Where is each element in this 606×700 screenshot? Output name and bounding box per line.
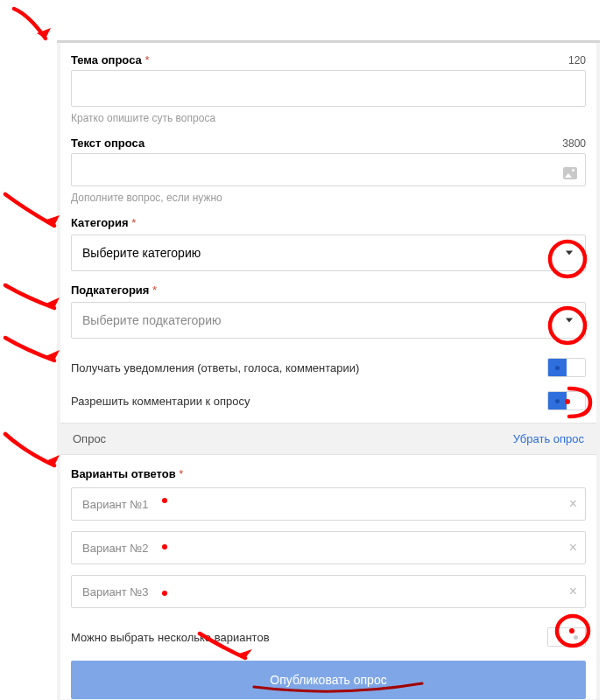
text-input[interactable] (71, 153, 586, 186)
subcategory-value: Выберите подкатегорию (82, 313, 221, 327)
publish-button[interactable]: Опубликовать опрос (71, 661, 586, 699)
answers-label: Варианты ответов (71, 467, 176, 480)
comments-row: Разрешить комментарии к опросу (71, 384, 586, 423)
subcategory-select[interactable]: Выберите подкатегорию (71, 302, 586, 339)
required-mark: * (179, 467, 183, 480)
text-header: Текст опроса 3800 (71, 136, 586, 150)
notify-label: Получать уведомления (ответы, голоса, ко… (71, 361, 359, 374)
answer-placeholder: Вариант №2 (82, 542, 149, 555)
chevron-down-icon (566, 318, 573, 323)
category-value: Выберите категорию (82, 246, 201, 260)
theme-label: Тема опроса (71, 53, 142, 66)
form-inner: Тема опроса * 120 Кратко опишите суть во… (60, 43, 596, 699)
required-mark: * (131, 216, 136, 229)
answers-field: Варианты ответов * Вариант №1 × Вариант … (71, 467, 586, 608)
answer-option-3: Вариант №3 × (71, 575, 586, 608)
answer-input-3[interactable]: Вариант №3 (71, 575, 586, 608)
clear-icon[interactable]: × (569, 584, 577, 598)
svg-marker-0 (37, 28, 51, 38)
text-input-wrap (71, 153, 586, 186)
form-panel: Тема опроса * 120 Кратко опишите суть во… (57, 40, 600, 700)
text-field: Текст опроса 3800 Дополните вопрос, если… (71, 136, 586, 204)
multi-label: Можно выбрать несколько вариантов (71, 631, 270, 644)
notify-row: Получать уведомления (ответы, голоса, ко… (71, 351, 586, 384)
chevron-down-icon (566, 251, 573, 256)
answer-placeholder: Вариант №3 (82, 585, 149, 598)
image-attach-icon[interactable] (563, 167, 577, 179)
subcategory-field: Подкатегория * Выберите подкатегорию (71, 284, 586, 339)
annotation-arrow (7, 2, 60, 54)
category-field: Категория * Выберите категорию (71, 216, 586, 271)
category-select[interactable]: Выберите категорию (71, 234, 586, 271)
required-mark: * (152, 284, 157, 297)
text-count: 3800 (562, 137, 586, 150)
theme-count: 120 (568, 54, 586, 66)
category-label: Категория (71, 216, 129, 229)
theme-input[interactable] (71, 70, 586, 107)
multi-row: Можно выбрать несколько вариантов (71, 620, 586, 654)
text-hint: Дополните вопрос, если нужно (71, 192, 586, 204)
notify-toggle[interactable] (547, 358, 586, 377)
comments-label: Разрешить комментарии к опросу (71, 395, 250, 408)
subcategory-label: Подкатегория (71, 284, 149, 297)
theme-header: Тема опроса * 120 (71, 53, 586, 66)
clear-icon[interactable]: × (569, 541, 577, 555)
answer-input-2[interactable]: Вариант №2 (71, 531, 586, 564)
text-label: Текст опроса (71, 136, 144, 150)
remove-poll-link[interactable]: Убрать опрос (513, 432, 584, 445)
comments-toggle[interactable] (547, 391, 586, 410)
multi-toggle[interactable] (547, 627, 586, 647)
section-title: Опрос (73, 432, 106, 445)
answer-placeholder: Вариант №1 (82, 498, 149, 511)
answer-option-1: Вариант №1 × (71, 487, 586, 521)
answer-option-2: Вариант №2 × (71, 531, 586, 564)
answer-input-1[interactable]: Вариант №1 (71, 487, 586, 521)
poll-section-bar: Опрос Убрать опрос (60, 423, 596, 455)
theme-field: Тема опроса * 120 Кратко опишите суть во… (71, 53, 586, 124)
required-mark: * (144, 53, 149, 66)
theme-hint: Кратко опишите суть вопроса (71, 112, 586, 124)
publish-label: Опубликовать опрос (270, 673, 386, 687)
clear-icon[interactable]: × (569, 497, 577, 511)
